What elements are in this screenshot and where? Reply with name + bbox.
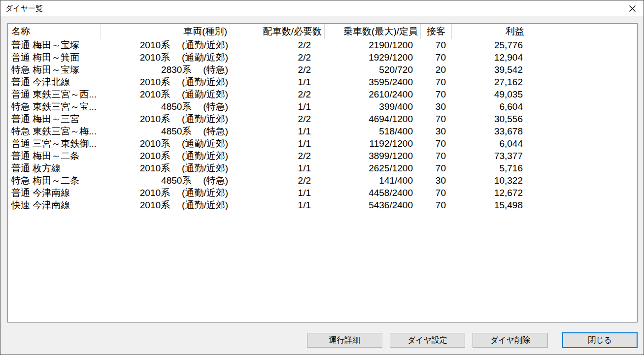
vehicle-type: (通勤/近郊) <box>182 51 228 64</box>
service-cell: 70 <box>421 113 452 125</box>
name-cell: 特急 梅田～宝塚 <box>8 64 101 76</box>
vehicle-type: (特急) <box>203 100 228 113</box>
table-row[interactable]: 普通 梅田～箕面2010系(通勤/近郊)2/21929/12007012,904 <box>8 51 637 64</box>
riders-cell: 1192/1200 <box>325 137 421 150</box>
diagram-delete-button[interactable]: ダイヤ削除 <box>473 333 548 348</box>
vehicle-series: 2010系 <box>140 150 170 162</box>
vehicle-series: 4850系 <box>161 174 191 187</box>
service-cell: 30 <box>421 125 452 137</box>
riders-cell: 4694/1200 <box>325 113 421 125</box>
table-row[interactable]: 普通 梅田～三宮2010系(通勤/近郊)2/24694/12007030,556 <box>8 113 637 125</box>
vehicle-series: 2830系 <box>161 64 191 76</box>
riders-cell: 399/400 <box>325 100 421 113</box>
dispatch-cell: 2/2 <box>230 64 325 76</box>
title-bar: ダイヤ一覧 <box>0 0 644 16</box>
name-cell: 普通 梅田～宝塚 <box>8 39 101 51</box>
service-cell: 70 <box>421 199 452 211</box>
name-cell: 普通 三宮～東鉄御... <box>8 137 101 150</box>
name-cell: 普通 枚方線 <box>8 162 101 174</box>
riders-cell: 4458/2400 <box>325 187 421 199</box>
vehicle-cell: 2010系(通勤/近郊) <box>101 150 230 162</box>
dispatch-cell: 2/2 <box>230 174 325 187</box>
vehicle-cell: 4850系(特急) <box>101 125 230 137</box>
vehicle-series: 4850系 <box>161 125 191 137</box>
profit-cell: 39,542 <box>452 64 527 76</box>
vehicle-cell: 2010系(通勤/近郊) <box>101 88 230 100</box>
vehicle-type: (特急) <box>203 174 228 187</box>
riders-cell: 3899/1200 <box>325 150 421 162</box>
vehicle-type: (通勤/近郊) <box>182 199 228 211</box>
table-row[interactable]: 普通 今津南線2010系(通勤/近郊)1/14458/24007012,672 <box>8 187 637 199</box>
vehicle-cell: 4850系(特急) <box>101 100 230 113</box>
riders-cell: 520/720 <box>325 64 421 76</box>
riders-cell: 518/400 <box>325 125 421 137</box>
vehicle-series: 2010系 <box>140 162 170 174</box>
name-cell: 普通 梅田～二条 <box>8 150 101 162</box>
vehicle-type: (通勤/近郊) <box>182 150 228 162</box>
service-cell: 70 <box>421 187 452 199</box>
riders-cell: 1929/1200 <box>325 51 421 64</box>
profit-cell: 25,776 <box>452 39 527 51</box>
diagram-list: 名称 車両(種別) 配車数/必要数 乗車数(最大)/定員 接客 利益 普通 梅田… <box>7 23 638 323</box>
table-row[interactable]: 特急 東鉄三宮～宝...4850系(特急)1/1399/400306,604 <box>8 100 637 113</box>
dispatch-cell: 1/1 <box>230 100 325 113</box>
diagram-settings-button[interactable]: ダイヤ設定 <box>390 333 465 348</box>
profit-cell: 6,044 <box>452 137 527 150</box>
vehicle-cell: 2010系(通勤/近郊) <box>101 51 230 64</box>
vehicle-cell: 4850系(特急) <box>101 174 230 187</box>
dispatch-cell: 1/1 <box>230 137 325 150</box>
window-title: ダイヤ一覧 <box>5 4 43 13</box>
profit-cell: 33,678 <box>452 125 527 137</box>
table-row[interactable]: 普通 三宮～東鉄御...2010系(通勤/近郊)1/11192/1200706,… <box>8 137 637 150</box>
table-row[interactable]: 普通 枚方線2010系(通勤/近郊)1/12625/1200705,716 <box>8 162 637 174</box>
riders-cell: 2610/2400 <box>325 88 421 100</box>
table-row[interactable]: 普通 梅田～宝塚2010系(通勤/近郊)2/22190/12007025,776 <box>8 39 637 51</box>
vehicle-type: (通勤/近郊) <box>182 137 228 150</box>
close-button[interactable] <box>621 0 644 16</box>
table-row[interactable]: 特急 梅田～宝塚2830系(特急)2/2520/7202039,542 <box>8 64 637 76</box>
dispatch-cell: 2/2 <box>230 39 325 51</box>
name-cell: 普通 今津南線 <box>8 187 101 199</box>
vehicle-type: (特急) <box>203 125 228 137</box>
riders-cell: 2190/1200 <box>325 39 421 51</box>
vehicle-series: 2010系 <box>140 39 170 51</box>
vehicle-series: 2010系 <box>140 76 170 88</box>
vehicle-cell: 2010系(通勤/近郊) <box>101 162 230 174</box>
dialog-window: ダイヤ一覧 名称 車両(種別) 配車数/必要数 乗車数(最大)/定員 接客 利益… <box>0 0 644 355</box>
table-row[interactable]: 普通 今津北線2010系(通勤/近郊)1/13595/24007027,162 <box>8 76 637 88</box>
vehicle-series: 2010系 <box>140 199 170 211</box>
profit-cell: 27,162 <box>452 76 527 88</box>
table-row[interactable]: 普通 梅田～二条2010系(通勤/近郊)2/23899/12007073,377 <box>8 150 637 162</box>
table-row[interactable]: 普通 東鉄三宮～西...2010系(通勤/近郊)2/22610/24007049… <box>8 88 637 100</box>
vehicle-type: (特急) <box>203 64 228 76</box>
vehicle-type: (通勤/近郊) <box>182 76 228 88</box>
close-dialog-button[interactable]: 閉じる <box>562 332 638 348</box>
riders-cell: 141/400 <box>325 174 421 187</box>
table-row[interactable]: 特急 東鉄三宮～梅...4850系(特急)1/1518/4003033,678 <box>8 125 637 137</box>
column-header-dispatch: 配車数/必要数 <box>230 24 325 39</box>
column-header-riders: 乗車数(最大)/定員 <box>325 24 421 39</box>
dispatch-cell: 2/2 <box>230 88 325 100</box>
dispatch-cell: 2/2 <box>230 51 325 64</box>
service-cell: 20 <box>421 64 452 76</box>
name-cell: 普通 梅田～三宮 <box>8 113 101 125</box>
vehicle-cell: 2830系(特急) <box>101 64 230 76</box>
vehicle-type: (通勤/近郊) <box>182 39 228 51</box>
table-header: 名称 車両(種別) 配車数/必要数 乗車数(最大)/定員 接客 利益 <box>8 24 637 39</box>
name-cell: 特急 梅田～二条 <box>8 174 101 187</box>
operation-details-button[interactable]: 運行詳細 <box>307 333 382 348</box>
profit-cell: 10,322 <box>452 174 527 187</box>
vehicle-series: 2010系 <box>140 187 170 199</box>
profit-cell: 12,672 <box>452 187 527 199</box>
column-header-service: 接客 <box>421 24 452 39</box>
name-cell: 普通 今津北線 <box>8 76 101 88</box>
service-cell: 70 <box>421 162 452 174</box>
vehicle-series: 2010系 <box>140 88 170 100</box>
vehicle-cell: 2010系(通勤/近郊) <box>101 199 230 211</box>
profit-cell: 6,604 <box>452 100 527 113</box>
column-header-vehicle: 車両(種別) <box>101 24 230 39</box>
table-row[interactable]: 特急 梅田～二条4850系(特急)2/2141/4003010,322 <box>8 174 637 187</box>
vehicle-type: (通勤/近郊) <box>182 162 228 174</box>
name-cell: 快速 今津南線 <box>8 199 101 211</box>
table-row[interactable]: 快速 今津南線2010系(通勤/近郊)1/15436/24007015,498 <box>8 199 637 211</box>
